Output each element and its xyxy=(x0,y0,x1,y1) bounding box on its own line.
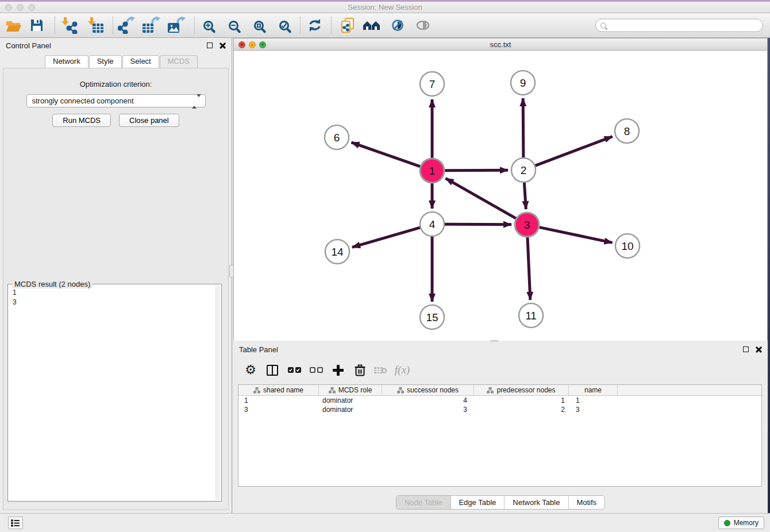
table-row[interactable]: 3dominator323 xyxy=(238,405,761,414)
graph-node-label: 2 xyxy=(521,164,527,176)
deselect-all-columns-icon[interactable] xyxy=(307,361,325,379)
table-cell[interactable]: 1 xyxy=(238,396,319,405)
zoom-out-icon[interactable] xyxy=(224,16,243,35)
refresh-layout-icon[interactable] xyxy=(305,16,325,35)
graph-edge-1-2[interactable] xyxy=(444,170,508,171)
list-icon xyxy=(11,519,20,527)
graph-node-15[interactable]: 15 xyxy=(420,305,444,329)
tab-edge-table[interactable]: Edge Table xyxy=(451,496,505,509)
table-cell[interactable]: dominator xyxy=(319,396,382,405)
float-panel-icon[interactable] xyxy=(207,43,213,48)
graph-edge-4-14[interactable] xyxy=(352,228,421,248)
tab-mcds[interactable]: MCDS xyxy=(160,55,198,68)
graph-node-9[interactable]: 9 xyxy=(511,71,535,95)
import-network-icon[interactable] xyxy=(59,16,79,35)
graph-edge-4-3[interactable] xyxy=(444,224,511,225)
table-cell[interactable]: 3 xyxy=(569,405,618,414)
export-image-icon[interactable] xyxy=(167,16,186,35)
table-cell[interactable]: 1 xyxy=(569,396,618,405)
table-cell[interactable]: 4 xyxy=(382,396,474,405)
zoom-selected-icon[interactable] xyxy=(274,16,294,35)
tab-node-table[interactable]: Node Table xyxy=(396,496,451,509)
tab-network[interactable]: Network xyxy=(45,55,88,68)
table-cell[interactable]: 3 xyxy=(238,405,319,414)
column-label: successor nodes xyxy=(407,386,459,394)
import-table-icon[interactable] xyxy=(86,16,105,35)
show-graphics-details-icon[interactable] xyxy=(413,16,433,35)
graph-edge-2-8[interactable] xyxy=(535,137,613,166)
graph-node-6[interactable]: 6 xyxy=(325,125,349,149)
tab-select[interactable]: Select xyxy=(122,55,159,68)
graph-node-1[interactable]: 1 xyxy=(420,159,444,183)
zoom-fit-icon[interactable] xyxy=(249,16,268,35)
network-canvas[interactable]: 7968124314101511 xyxy=(233,51,768,341)
column-header-name[interactable]: name xyxy=(569,385,618,395)
column-header-successor-nodes[interactable]: successor nodes xyxy=(382,385,474,395)
show-all-networks-icon[interactable] xyxy=(362,16,382,35)
graph-node-8[interactable]: 8 xyxy=(615,119,639,143)
save-session-icon[interactable] xyxy=(27,16,47,35)
network-graph[interactable]: 7968124314101511 xyxy=(234,51,767,340)
export-network-icon[interactable] xyxy=(117,16,136,35)
graph-node-4[interactable]: 4 xyxy=(420,212,444,236)
show-columns-icon[interactable] xyxy=(263,361,282,379)
table-cell[interactable]: dominator xyxy=(319,405,382,414)
column-header-mcds-role[interactable]: MCDS role xyxy=(319,385,382,395)
tab-style[interactable]: Style xyxy=(89,55,122,68)
task-history-button[interactable] xyxy=(8,516,23,529)
hide-style-icon[interactable] xyxy=(388,16,407,35)
open-session-icon[interactable] xyxy=(4,16,24,35)
table-body: 1dominator4113dominator323 xyxy=(238,396,761,414)
hierarchy-icon xyxy=(397,387,404,394)
window-titlebar: Session: New Session xyxy=(0,0,770,13)
column-header-shared-name[interactable]: shared name xyxy=(238,385,319,395)
export-table-icon[interactable] xyxy=(141,16,161,35)
graph-node-label: 8 xyxy=(624,125,630,137)
control-panel: Control Panel Network Style Select MCDS … xyxy=(0,38,232,513)
mcds-result-text[interactable]: 1 3 xyxy=(10,286,215,499)
tab-network-table[interactable]: Network Table xyxy=(505,496,568,509)
function-builder-icon[interactable]: f(x) xyxy=(393,361,411,379)
close-panel-button[interactable]: Close panel xyxy=(119,114,179,127)
graph-edge-3-10[interactable] xyxy=(539,227,613,242)
column-header-predecessor-nodes[interactable]: predecessor nodes xyxy=(474,385,569,395)
search-input[interactable] xyxy=(606,20,763,30)
table-cell[interactable]: 3 xyxy=(382,405,474,414)
search-box[interactable] xyxy=(595,19,763,32)
delete-columns-icon[interactable] xyxy=(351,361,369,379)
table-row[interactable]: 1dominator411 xyxy=(238,396,761,405)
graph-node-10[interactable]: 10 xyxy=(615,234,640,258)
run-mcds-button[interactable]: Run MCDS xyxy=(52,114,111,127)
graph-node-2[interactable]: 2 xyxy=(511,158,536,182)
graph-edge-3-1[interactable] xyxy=(445,178,516,218)
graph-edge-1-6[interactable] xyxy=(351,142,421,167)
refresh-glyph xyxy=(308,19,322,32)
tab-motifs[interactable]: Motifs xyxy=(568,496,605,509)
float-table-panel-icon[interactable] xyxy=(743,346,749,352)
window-top-edge xyxy=(0,0,770,2)
result-scrollbar[interactable] xyxy=(215,286,220,500)
graph-node-label: 1 xyxy=(429,165,436,177)
graph-node-3[interactable]: 3 xyxy=(515,213,539,237)
delete-table-icon[interactable] xyxy=(371,361,390,379)
fx-label: f(x) xyxy=(395,364,410,376)
criterion-select[interactable]: strongly connected component xyxy=(26,94,206,107)
memory-button[interactable]: Memory xyxy=(718,516,764,529)
table-cell[interactable]: 2 xyxy=(474,405,569,414)
close-panel-icon[interactable] xyxy=(220,43,226,49)
close-table-panel-icon[interactable] xyxy=(756,346,762,353)
graph-node-14[interactable]: 14 xyxy=(325,240,349,264)
graph-edge-2-9[interactable] xyxy=(523,98,523,158)
graph-node-11[interactable]: 11 xyxy=(519,303,543,327)
graph-edge-2-3[interactable] xyxy=(524,182,526,209)
clone-network-icon[interactable] xyxy=(338,16,357,35)
homes-glyph xyxy=(363,20,380,30)
graph-edge-3-11[interactable] xyxy=(528,237,530,300)
zoom-in-icon[interactable] xyxy=(198,16,218,35)
table-cell[interactable]: 1 xyxy=(474,396,569,405)
select-all-columns-icon[interactable] xyxy=(285,361,303,379)
create-column-icon[interactable] xyxy=(329,361,347,379)
table-settings-icon[interactable]: ⚙ xyxy=(241,361,260,379)
table-tabs: Node Table Edge Table Network Table Moti… xyxy=(396,495,605,510)
graph-node-7[interactable]: 7 xyxy=(420,72,444,96)
